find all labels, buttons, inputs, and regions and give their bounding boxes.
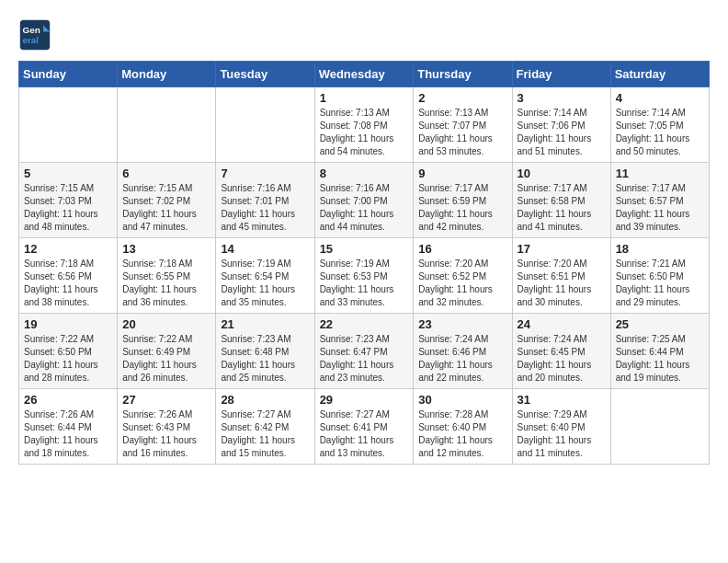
day-info: Sunrise: 7:13 AM Sunset: 7:08 PM Dayligh… — [320, 107, 409, 158]
calendar-cell: 17Sunrise: 7:20 AM Sunset: 6:51 PM Dayli… — [512, 238, 610, 314]
calendar-cell: 18Sunrise: 7:21 AM Sunset: 6:50 PM Dayli… — [610, 238, 709, 314]
day-number: 21 — [221, 317, 309, 331]
day-info: Sunrise: 7:24 AM Sunset: 6:45 PM Dayligh… — [518, 333, 606, 385]
day-info: Sunrise: 7:17 AM Sunset: 6:59 PM Dayligh… — [418, 182, 506, 234]
day-info: Sunrise: 7:28 AM Sunset: 6:40 PM Dayligh… — [418, 408, 506, 460]
calendar-cell: 24Sunrise: 7:24 AM Sunset: 6:45 PM Dayli… — [512, 314, 610, 389]
day-info: Sunrise: 7:27 AM Sunset: 6:41 PM Dayligh… — [320, 408, 409, 460]
day-info: Sunrise: 7:16 AM Sunset: 7:00 PM Dayligh… — [320, 182, 409, 234]
day-info: Sunrise: 7:17 AM Sunset: 6:57 PM Dayligh… — [616, 182, 704, 234]
calendar-cell: 16Sunrise: 7:20 AM Sunset: 6:52 PM Dayli… — [414, 238, 512, 314]
day-info: Sunrise: 7:19 AM Sunset: 6:54 PM Dayligh… — [221, 258, 309, 309]
day-info: Sunrise: 7:14 AM Sunset: 7:06 PM Dayligh… — [518, 107, 606, 158]
calendar-week-1: 1Sunrise: 7:13 AM Sunset: 7:08 PM Daylig… — [19, 87, 710, 163]
calendar-cell: 13Sunrise: 7:18 AM Sunset: 6:55 PM Dayli… — [118, 238, 216, 314]
weekday-header-wednesday: Wednesday — [314, 62, 414, 87]
logo: Gen eral — [18, 18, 57, 52]
day-number: 18 — [616, 242, 704, 256]
calendar-week-4: 19Sunrise: 7:22 AM Sunset: 6:50 PM Dayli… — [19, 314, 710, 389]
calendar-week-5: 26Sunrise: 7:26 AM Sunset: 6:44 PM Dayli… — [19, 389, 710, 465]
calendar-week-2: 5Sunrise: 7:15 AM Sunset: 7:03 PM Daylig… — [19, 163, 710, 238]
day-number: 6 — [122, 167, 210, 180]
calendar-cell — [216, 87, 314, 163]
calendar-cell: 1Sunrise: 7:13 AM Sunset: 7:08 PM Daylig… — [314, 87, 414, 163]
day-number: 8 — [320, 167, 409, 180]
day-number: 14 — [221, 242, 309, 256]
day-info: Sunrise: 7:15 AM Sunset: 7:02 PM Dayligh… — [122, 182, 210, 234]
weekday-header-sunday: Sunday — [19, 62, 118, 87]
svg-text:eral: eral — [23, 35, 40, 45]
calendar-cell: 10Sunrise: 7:17 AM Sunset: 6:58 PM Dayli… — [512, 163, 610, 238]
day-number: 22 — [320, 317, 409, 331]
day-info: Sunrise: 7:21 AM Sunset: 6:50 PM Dayligh… — [616, 258, 704, 309]
weekday-header-saturday: Saturday — [610, 62, 709, 87]
day-info: Sunrise: 7:18 AM Sunset: 6:55 PM Dayligh… — [122, 258, 210, 309]
day-number: 4 — [616, 91, 704, 105]
day-info: Sunrise: 7:17 AM Sunset: 6:58 PM Dayligh… — [518, 182, 606, 234]
calendar-cell: 26Sunrise: 7:26 AM Sunset: 6:44 PM Dayli… — [19, 389, 118, 465]
calendar-cell: 8Sunrise: 7:16 AM Sunset: 7:00 PM Daylig… — [314, 163, 414, 238]
logo-icon: Gen eral — [18, 18, 51, 52]
calendar-cell: 30Sunrise: 7:28 AM Sunset: 6:40 PM Dayli… — [414, 389, 512, 465]
calendar-cell: 4Sunrise: 7:14 AM Sunset: 7:05 PM Daylig… — [610, 87, 709, 163]
calendar-cell: 5Sunrise: 7:15 AM Sunset: 7:03 PM Daylig… — [19, 163, 118, 238]
calendar-cell — [19, 87, 118, 163]
day-number: 15 — [320, 242, 409, 256]
calendar-cell — [118, 87, 216, 163]
day-number: 5 — [24, 167, 112, 180]
calendar-cell: 25Sunrise: 7:25 AM Sunset: 6:44 PM Dayli… — [610, 314, 709, 389]
day-info: Sunrise: 7:27 AM Sunset: 6:42 PM Dayligh… — [221, 408, 309, 460]
calendar-cell: 15Sunrise: 7:19 AM Sunset: 6:53 PM Dayli… — [314, 238, 414, 314]
calendar-cell: 6Sunrise: 7:15 AM Sunset: 7:02 PM Daylig… — [118, 163, 216, 238]
day-info: Sunrise: 7:20 AM Sunset: 6:52 PM Dayligh… — [418, 258, 506, 309]
day-info: Sunrise: 7:26 AM Sunset: 6:44 PM Dayligh… — [24, 408, 112, 460]
day-number: 20 — [122, 317, 210, 331]
calendar: SundayMondayTuesdayWednesdayThursdayFrid… — [18, 61, 710, 465]
calendar-cell: 3Sunrise: 7:14 AM Sunset: 7:06 PM Daylig… — [512, 87, 610, 163]
calendar-cell: 9Sunrise: 7:17 AM Sunset: 6:59 PM Daylig… — [414, 163, 512, 238]
day-number: 29 — [320, 393, 409, 407]
day-number: 7 — [221, 167, 309, 180]
day-number: 30 — [418, 393, 506, 407]
day-info: Sunrise: 7:13 AM Sunset: 7:07 PM Dayligh… — [418, 107, 506, 158]
day-info: Sunrise: 7:26 AM Sunset: 6:43 PM Dayligh… — [122, 408, 210, 460]
day-info: Sunrise: 7:19 AM Sunset: 6:53 PM Dayligh… — [320, 258, 409, 309]
weekday-header-tuesday: Tuesday — [216, 62, 314, 87]
day-number: 19 — [24, 317, 112, 331]
calendar-week-3: 12Sunrise: 7:18 AM Sunset: 6:56 PM Dayli… — [19, 238, 710, 314]
day-number: 24 — [518, 317, 606, 331]
calendar-cell: 7Sunrise: 7:16 AM Sunset: 7:01 PM Daylig… — [216, 163, 314, 238]
day-number: 16 — [418, 242, 506, 256]
day-number: 2 — [418, 91, 506, 105]
day-info: Sunrise: 7:16 AM Sunset: 7:01 PM Dayligh… — [221, 182, 309, 234]
calendar-cell: 27Sunrise: 7:26 AM Sunset: 6:43 PM Dayli… — [118, 389, 216, 465]
weekday-header-monday: Monday — [118, 62, 216, 87]
day-number: 3 — [518, 91, 606, 105]
calendar-cell: 31Sunrise: 7:29 AM Sunset: 6:40 PM Dayli… — [512, 389, 610, 465]
day-number: 1 — [320, 91, 409, 105]
day-info: Sunrise: 7:22 AM Sunset: 6:50 PM Dayligh… — [24, 333, 112, 385]
day-info: Sunrise: 7:23 AM Sunset: 6:48 PM Dayligh… — [221, 333, 309, 385]
day-number: 28 — [221, 393, 309, 407]
calendar-cell: 23Sunrise: 7:24 AM Sunset: 6:46 PM Dayli… — [414, 314, 512, 389]
day-number: 27 — [122, 393, 210, 407]
weekday-header-friday: Friday — [512, 62, 610, 87]
day-number: 13 — [122, 242, 210, 256]
day-number: 25 — [616, 317, 704, 331]
page-header: Gen eral — [18, 18, 710, 52]
svg-text:Gen: Gen — [23, 25, 40, 35]
day-info: Sunrise: 7:15 AM Sunset: 7:03 PM Dayligh… — [24, 182, 112, 234]
calendar-cell: 12Sunrise: 7:18 AM Sunset: 6:56 PM Dayli… — [19, 238, 118, 314]
day-info: Sunrise: 7:25 AM Sunset: 6:44 PM Dayligh… — [616, 333, 704, 385]
calendar-cell: 21Sunrise: 7:23 AM Sunset: 6:48 PM Dayli… — [216, 314, 314, 389]
calendar-cell: 11Sunrise: 7:17 AM Sunset: 6:57 PM Dayli… — [610, 163, 709, 238]
calendar-cell — [610, 389, 709, 465]
weekday-header-thursday: Thursday — [414, 62, 512, 87]
day-number: 17 — [518, 242, 606, 256]
day-info: Sunrise: 7:20 AM Sunset: 6:51 PM Dayligh… — [518, 258, 606, 309]
day-number: 12 — [24, 242, 112, 256]
day-info: Sunrise: 7:24 AM Sunset: 6:46 PM Dayligh… — [418, 333, 506, 385]
day-info: Sunrise: 7:18 AM Sunset: 6:56 PM Dayligh… — [24, 258, 112, 309]
calendar-cell: 19Sunrise: 7:22 AM Sunset: 6:50 PM Dayli… — [19, 314, 118, 389]
calendar-body: 1Sunrise: 7:13 AM Sunset: 7:08 PM Daylig… — [19, 87, 710, 465]
